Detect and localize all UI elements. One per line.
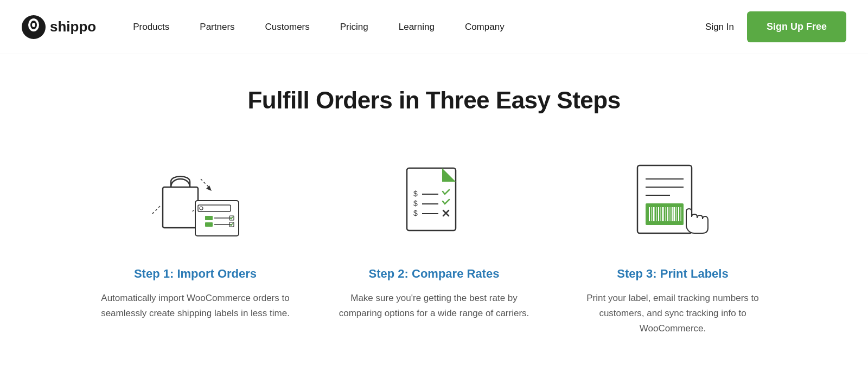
logo-text: shippo bbox=[50, 18, 96, 35]
svg-text:$: $ bbox=[413, 189, 418, 198]
nav-link-customers[interactable]: Customers bbox=[250, 0, 325, 54]
svg-rect-11 bbox=[205, 222, 213, 227]
svg-point-3 bbox=[32, 23, 35, 27]
step-2-icon: $ $ $ bbox=[385, 152, 483, 249]
shippo-logo-icon bbox=[22, 15, 46, 39]
svg-text:$: $ bbox=[413, 199, 418, 208]
step-2: $ $ $ Step 2: Compare Rates Make sure yo… bbox=[331, 152, 537, 336]
nav-link-partners[interactable]: Partners bbox=[184, 0, 250, 54]
nav-link-products[interactable]: Products bbox=[118, 0, 184, 54]
navbar: shippo Products Partners Customers Prici… bbox=[0, 0, 868, 54]
nav-item-customers[interactable]: Customers bbox=[250, 0, 325, 54]
steps-container: Step 1: Import Orders Automatically impo… bbox=[54, 152, 814, 336]
step-3-icon bbox=[624, 152, 722, 249]
nav-item-pricing[interactable]: Pricing bbox=[325, 0, 384, 54]
step-1-title: Step 1: Import Orders bbox=[134, 267, 257, 281]
sign-in-link[interactable]: Sign In bbox=[705, 22, 734, 33]
nav-item-company[interactable]: Company bbox=[450, 0, 520, 54]
nav-link-company[interactable]: Company bbox=[450, 0, 520, 54]
sign-up-button[interactable]: Sign Up Free bbox=[747, 11, 846, 42]
step-3: Step 3: Print Labels Print your label, e… bbox=[570, 152, 776, 336]
svg-rect-4 bbox=[163, 187, 198, 228]
nav-item-learning[interactable]: Learning bbox=[384, 0, 450, 54]
nav-item-products[interactable]: Products bbox=[118, 0, 184, 54]
logo-link[interactable]: shippo bbox=[22, 15, 96, 39]
step-1-icon bbox=[146, 152, 244, 249]
svg-text:$: $ bbox=[413, 209, 418, 217]
step-2-desc: Make sure you're getting the best rate b… bbox=[331, 291, 537, 321]
nav-links: Products Partners Customers Pricing Lear… bbox=[118, 0, 705, 54]
step-1: Step 1: Import Orders Automatically impo… bbox=[92, 152, 298, 336]
main-content: Fulfill Orders in Three Easy Steps bbox=[0, 54, 868, 378]
step-3-title: Step 3: Print Labels bbox=[617, 267, 728, 281]
step-1-desc: Automatically import WooCommerce orders … bbox=[92, 291, 298, 321]
nav-right: Sign In Sign Up Free bbox=[705, 11, 846, 42]
nav-link-pricing[interactable]: Pricing bbox=[325, 0, 384, 54]
svg-rect-8 bbox=[205, 216, 213, 220]
page-title: Fulfill Orders in Three Easy Steps bbox=[22, 87, 846, 114]
step-3-desc: Print your label, email tracking numbers… bbox=[570, 291, 776, 336]
step-2-title: Step 2: Compare Rates bbox=[369, 267, 500, 281]
nav-link-learning[interactable]: Learning bbox=[384, 0, 450, 54]
nav-item-partners[interactable]: Partners bbox=[184, 0, 250, 54]
